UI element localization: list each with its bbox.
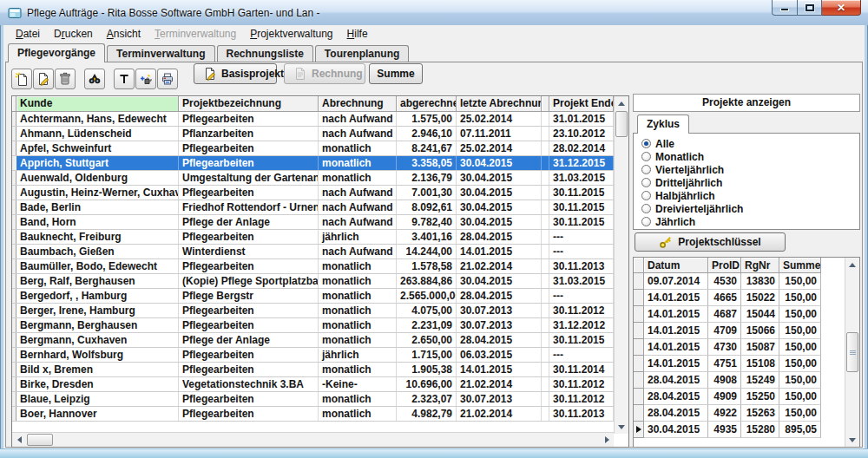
invoice-row[interactable]: 28.04.2015492215263150,00 [634,405,859,422]
new-document-button[interactable] [11,69,32,89]
cell-letzte: 21.02.2014 [457,377,542,391]
table-row[interactable]: Bergmann, BerghausenPflegearbeitenmonatl… [12,318,628,333]
tab-terminverwaltung[interactable]: Terminverwaltung [107,45,214,62]
radio-option-halbjährlich[interactable]: Halbjährlich [641,189,859,202]
radio-option-vierteljährlich[interactable]: Vierteljährlich [641,163,859,176]
table-row[interactable]: Auenwald, OldenburgUmgestaltung der Gart… [12,171,628,186]
cell-rgnr: 15263 [741,405,779,422]
table-row[interactable]: Birke, DresdenVegetationstechnik 3.BA-Ke… [12,377,628,392]
table-row[interactable]: Bauknecht, FreiburgPflegearbeitenjährlic… [12,230,628,245]
cell-letzte: 30.04.2015 [457,200,542,214]
table-row[interactable]: Augustin, Heinz-Werner, CuxhavenPflegear… [12,186,628,200]
cell-letzte: 28.04.2015 [457,333,542,347]
table-row[interactable]: Baumbach, GießenWinterdienstnach Aufwand… [12,245,628,259]
table-row[interactable]: Berger, Irene, HamburgPflegearbeitenmona… [12,304,628,318]
cell-letzte: 30.04.2015 [457,156,542,170]
close-button[interactable]: ✕ [822,0,861,16]
column-header-ende[interactable]: Projekt Ende [549,96,614,112]
table-row[interactable]: Berg, Ralf, Berghausen(Kopie) Pflege Spo… [12,274,628,289]
column-header-letzte[interactable]: letzte Abrechnung [457,96,542,112]
cell-datum: 28.04.2015 [644,405,708,422]
scroll-thumb[interactable] [27,434,53,446]
scroll-left-button[interactable] [12,433,26,447]
invoice-row[interactable]: 28.04.2015490915250150,00 [634,389,859,405]
table-row[interactable]: Band, HornPflege der Anlagenach Aufwand9… [12,215,628,230]
tab-zyklus[interactable]: Zyklus [637,114,689,134]
table-row[interactable]: Bild x, BremenPflegearbeitenmonatlich1.9… [12,363,628,377]
column-header-proid[interactable]: ProID [708,258,741,273]
menu-item-datei[interactable]: Datei [9,26,47,42]
cell-projekt: Pflege der Anlage [179,215,319,229]
cell-projekt: Pflegearbeiten [179,304,319,317]
invoice-row[interactable]: 30.04.2015493515280895,05 [634,422,859,438]
vertical-scrollbar[interactable] [614,96,628,434]
scroll-down-button[interactable] [615,420,628,434]
cell-kunde: Birke, Dresden [16,377,179,391]
text-button[interactable] [114,69,135,89]
cell-summe: 895,05 [779,422,821,438]
horizontal-scrollbar[interactable] [12,432,614,447]
scroll-up-button[interactable] [615,96,628,110]
table-row[interactable]: Bergedorf, , HamburgPflege Bergstrmonatl… [12,289,628,304]
tab-pflegevorgänge[interactable]: Pflegevorgänge [8,43,105,62]
radio-option-jährlich[interactable]: Jährlich [641,215,859,228]
radio-icon [641,152,651,161]
column-header-kunde[interactable]: Kunde [16,96,179,112]
radio-option-alle[interactable]: Alle [641,137,859,150]
column-header-abrechnung[interactable]: Abrechnung [319,96,397,112]
maximize-button[interactable] [797,0,822,16]
scroll-right-button[interactable] [600,433,614,447]
minimize-button[interactable] [772,0,797,16]
menu-item-hilfe[interactable]: Hilfe [340,26,375,42]
invoice-row[interactable]: 28.04.2015490815249150,00 [634,372,859,389]
menu-bar: DateiDruckenAnsichtTerminverwaltungProje… [3,25,865,43]
basisprojekt-button[interactable]: Basisprojekt [194,63,277,84]
column-header-rgnr[interactable]: RgNr [741,258,779,273]
table-row[interactable]: Bernhard, WolfsburgPflegearbeitenjährlic… [12,348,628,363]
invoice-row[interactable]: 14.01.2015468715044150,00 [634,306,859,323]
menu-item-ansicht[interactable]: Ansicht [100,26,148,42]
column-header-projekt[interactable]: Projektbezeichnung [179,96,319,112]
scroll-thumb[interactable] [846,332,858,372]
table-row[interactable]: Bergmann, CuxhavenPflege der Anlagemonat… [12,333,628,348]
table-row[interactable]: Achtermann, Hans, EdewechtPflegearbeiten… [12,112,628,127]
table-row[interactable]: Boer, HannoverPflegearbeitenmonatlich4.9… [12,407,628,422]
edit-document-button[interactable] [33,69,54,89]
table-row[interactable]: Apfel, SchweinfurtPflegearbeitenmonatlic… [12,141,628,156]
radio-option-monatlich[interactable]: Monatlich [641,150,859,163]
table-row[interactable]: Bade, BerlinFriedhof Rottendorf - Urneng… [12,200,628,215]
tab-rechnungsliste[interactable]: Rechnungsliste [217,45,313,62]
vertical-scrollbar[interactable] [845,258,859,447]
watering-can-button[interactable] [135,69,156,89]
column-header-summe[interactable]: Summe [779,258,821,273]
invoice-row[interactable]: 09.07.2014453013830150,00 [634,273,859,290]
tab-tourenplanung[interactable]: Tourenplanung [315,45,409,62]
column-header-spacer[interactable] [542,96,549,112]
print-button[interactable] [157,69,178,89]
menu-item-terminverwaltung[interactable]: Terminverwaltung [148,26,243,42]
scroll-down-button[interactable] [845,433,859,447]
invoice-row[interactable]: 14.01.2015473015087150,00 [634,339,859,356]
projektschluessel-button[interactable]: Projektschlüssel [635,232,786,252]
radio-option-dreivierteljährlich[interactable]: Dreivierteljährlich [641,202,859,215]
menu-item-projektverwaltung[interactable]: Projektverwaltung [243,26,339,42]
delete-button[interactable] [55,69,76,89]
invoice-row[interactable]: 14.01.2015470915066150,00 [634,323,859,339]
invoice-row[interactable]: 14.01.2015475115108150,00 [634,356,859,372]
invoice-row[interactable]: 14.01.2015466515022150,00 [634,290,859,306]
cell-projekt: Umgestaltung der Gartenanlage [179,171,319,185]
rechnung-button[interactable]: Rechnung [284,63,365,84]
summe-button[interactable]: Summe [369,63,423,84]
table-row[interactable]: Apprich, StuttgartPflegearbeitenmonatlic… [12,156,628,171]
scroll-up-button[interactable] [845,258,859,272]
radio-option-dritteljährlich[interactable]: Dritteljährlich [641,176,859,189]
table-row[interactable]: Baumüller, Bodo, EdewechtPflegearbeitenm… [12,259,628,274]
menu-item-drucken[interactable]: Drucken [47,26,100,42]
scroll-thumb[interactable] [615,111,628,137]
table-row[interactable]: Blaue, LeipzigPflegearbeitenmonatlich2.3… [12,392,628,407]
column-header-datum[interactable]: Datum [644,258,708,273]
table-row[interactable]: Ahmann, LüdenscheidPflanzarbeitennach Au… [12,127,628,141]
column-header-betrag[interactable]: abgerechnete [397,96,457,112]
projects-table: KundeProjektbezeichnungAbrechnungabgerec… [11,95,629,448]
search-button[interactable] [84,69,105,89]
